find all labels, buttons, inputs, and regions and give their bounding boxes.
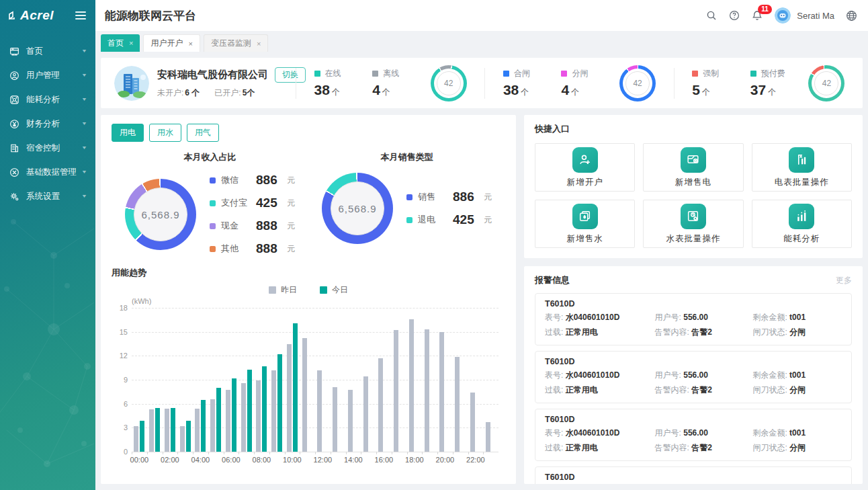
income-donut-legend: 微信 886 元 支付宝 425 元 现金 888 元 其他 888 元	[210, 173, 295, 256]
tab-close-icon[interactable]: ×	[188, 40, 192, 48]
home-icon	[9, 46, 20, 56]
tab-label: 用户开户	[150, 38, 183, 49]
energy-tab-2[interactable]: 用气	[187, 124, 219, 142]
stat-group-2: 强制 5个 预付费 37个 42	[675, 65, 863, 101]
bar-昨日-04:00	[195, 409, 200, 452]
bar-昨日-03:00	[180, 426, 185, 452]
alarm-panel: 报警信息 更多 T6010D表号: 水040601010D用户号: 556.00…	[524, 266, 863, 484]
x-axis-tick	[163, 452, 163, 454]
sell-water-icon	[572, 204, 598, 229]
quick-entry-1[interactable]: 新增售电	[643, 143, 743, 192]
sidebar-item-4[interactable]: 宿舍控制▼	[0, 136, 95, 160]
alarm-device-id: T6010D	[545, 473, 842, 482]
x-axis-tick	[193, 452, 193, 454]
notification-count-badge: 11	[758, 5, 772, 14]
quick-entry-2[interactable]: 电表批量操作	[752, 143, 852, 192]
legend-square	[692, 71, 698, 77]
legend-square	[503, 71, 509, 77]
x-axis-tick	[361, 452, 361, 454]
quick-entry-5[interactable]: 能耗分析	[752, 200, 852, 248]
stat-分闸: 分闸 4个	[561, 68, 604, 98]
x-axis-tick	[300, 452, 300, 454]
trend-legend-昨日[interactable]: 昨日	[269, 284, 297, 296]
alarm-field: 表号: 水040601010D	[545, 427, 655, 439]
alarm-field: 用户号: 556.00	[655, 427, 753, 439]
sidebar-item-2[interactable]: 能耗分析▼	[0, 87, 95, 112]
alarm-field: 闸刀状态: 分闸	[752, 442, 842, 454]
alarm-card-0: T6010D表号: 水040601010D用户号: 556.00剩余金额: t0…	[535, 293, 852, 345]
sidebar-item-1[interactable]: 用户管理▼	[0, 63, 95, 87]
tab-close-icon[interactable]: ×	[129, 39, 133, 47]
bar-昨日-18:00	[409, 319, 414, 452]
quick-entry-4[interactable]: 水表批量操作	[643, 200, 743, 248]
search-icon[interactable]	[706, 10, 718, 22]
username[interactable]: Serati Ma	[797, 11, 834, 21]
sidebar-item-0[interactable]: 首页▼	[0, 39, 95, 63]
alarm-device-id: T6010D	[545, 357, 842, 366]
sidebar-item-6[interactable]: 系统设置▼	[0, 184, 95, 208]
x-tick-label: 06:00	[218, 456, 245, 464]
alarm-more-link[interactable]: 更多	[836, 275, 852, 286]
x-tick-label: 10:00	[279, 456, 306, 464]
tab-close-icon[interactable]: ×	[257, 40, 261, 48]
bar-今日-10:00	[293, 323, 298, 452]
alarm-card-1: T6010D表号: 水040601010D用户号: 556.00剩余金额: t0…	[535, 351, 852, 403]
dorm-icon	[9, 142, 20, 153]
menu-toggle-icon[interactable]	[74, 9, 87, 22]
help-icon[interactable]	[729, 10, 740, 22]
content: 安科瑞电气股份有限公司 切换 未开户:6 个 已开户:5个 在线 38个 离线 …	[95, 52, 868, 490]
not-opened-stat: 未开户:6 个	[157, 87, 200, 99]
sidebar-item-label: 宿舍控制	[26, 142, 81, 154]
alarm-field: 剩余金额: t001	[752, 370, 842, 381]
stat-预付费: 预付费 37个	[750, 68, 793, 98]
user-icon	[9, 70, 20, 81]
bar-昨日-01:00	[149, 409, 154, 452]
chart-title: 本月销售类型	[308, 151, 505, 163]
x-axis-tick	[285, 452, 286, 454]
donut-charts-row: 本月收入占比 6,568.9 微信 886 元 支付宝 425 元 现金 888…	[112, 151, 505, 256]
tab-0[interactable]: 首页×	[101, 34, 140, 52]
quick-entry-3[interactable]: 新增售水	[535, 200, 635, 248]
trend-legend-今日[interactable]: 今日	[320, 284, 348, 296]
tab-label: 首页	[107, 38, 124, 49]
bar-昨日-13:00	[333, 387, 337, 452]
alarm-field: 过载: 正常用电	[545, 384, 655, 396]
x-axis-tick	[376, 452, 377, 454]
sidebar-item-3[interactable]: 财务分析▼	[0, 112, 95, 136]
sidebar-item-label: 能耗分析	[26, 94, 81, 106]
company-section: 安科瑞电气股份有限公司 切换 未开户:6 个 已开户:5个	[101, 66, 296, 101]
opened-stat: 已开户:5个	[214, 87, 255, 99]
chevron-down-icon: ▼	[81, 48, 87, 54]
chevron-down-icon: ▼	[81, 194, 87, 199]
alarm-field: 告警内容: 告警2	[655, 442, 753, 454]
notification-bell-icon[interactable]: 11	[752, 10, 763, 22]
x-axis-tick	[224, 452, 224, 454]
water-meter-batch-icon	[681, 204, 706, 229]
sidebar-item-label: 系统设置	[26, 191, 81, 202]
donut-center-value: 6,568.9	[331, 181, 384, 235]
x-tick-label: 20:00	[431, 456, 458, 464]
donut-center-value: 6,568.9	[134, 188, 187, 241]
sales-donut: 6,568.9	[322, 173, 393, 244]
user-add-icon	[572, 147, 598, 173]
energy-tab-1[interactable]: 用水	[149, 124, 181, 142]
tab-2[interactable]: 变压器监测×	[204, 34, 268, 52]
avatar[interactable]	[775, 7, 791, 24]
chevron-down-icon: ▼	[81, 73, 87, 78]
energy-overview-card: 用电用水用气 本月收入占比 6,568.9 微信 886 元 支付宝 425 元	[101, 115, 516, 484]
legend-item-支付宝: 支付宝 425 元	[210, 196, 295, 210]
quick-entry-0[interactable]: 新增开户	[535, 143, 635, 192]
company-avatar	[114, 66, 149, 101]
alarm-list: T6010D表号: 水040601010D用户号: 556.00剩余金额: t0…	[535, 293, 852, 484]
trend-legend: 昨日今日	[112, 284, 505, 296]
bar-昨日-12:00	[317, 370, 322, 452]
y-tick-label: 18	[112, 304, 128, 312]
sidebar-item-5[interactable]: 基础数据管理▼	[0, 160, 95, 184]
income-share-chart: 本月收入占比 6,568.9 微信 886 元 支付宝 425 元 现金 888…	[112, 151, 308, 256]
sales-donut-legend: 销售 886 元 退电 425 元	[406, 190, 492, 227]
energy-tab-0[interactable]: 用电	[112, 124, 144, 142]
tab-1[interactable]: 用户开户×	[143, 34, 200, 52]
topbar-actions: 11 Serati Ma	[706, 7, 857, 24]
language-globe-icon[interactable]	[846, 10, 857, 22]
bar-昨日-14:00	[348, 390, 353, 452]
